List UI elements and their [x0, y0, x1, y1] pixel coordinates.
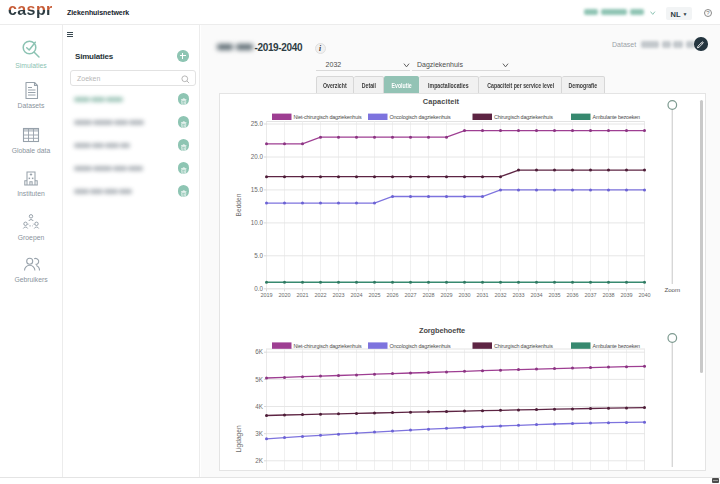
svg-text:Ambulante bezoeken: Ambulante bezoeken [593, 114, 641, 120]
svg-text:Niet-chirurgisch dagziekenhuis: Niet-chirurgisch dagziekenhuis [294, 343, 362, 349]
svg-text:Oncologisch dagziekenhuis: Oncologisch dagziekenhuis [390, 114, 452, 120]
svg-text:2036: 2036 [566, 292, 578, 298]
svg-text:2023: 2023 [332, 292, 344, 298]
svg-text:2035: 2035 [548, 292, 560, 298]
svg-text:2031: 2031 [476, 292, 488, 298]
svg-text:15.0: 15.0 [251, 186, 264, 193]
svg-text:25.0: 25.0 [251, 120, 264, 127]
svg-text:2026: 2026 [386, 292, 398, 298]
svg-text:Ambulante bezoeken: Ambulante bezoeken [593, 343, 641, 349]
svg-text:Oncologisch dagziekenhuis: Oncologisch dagziekenhuis [390, 343, 452, 349]
svg-text:2020: 2020 [278, 292, 290, 298]
svg-text:2033: 2033 [512, 292, 524, 298]
svg-text:2025: 2025 [368, 292, 380, 298]
svg-text:Chirurgisch dagziekenhuis: Chirurgisch dagziekenhuis [494, 114, 553, 120]
svg-text:2038: 2038 [602, 292, 614, 298]
svg-text:2029: 2029 [440, 292, 452, 298]
svg-text:2030: 2030 [458, 292, 470, 298]
svg-text:2037: 2037 [584, 292, 596, 298]
svg-text:10.0: 10.0 [251, 219, 264, 226]
svg-text:2K: 2K [255, 457, 264, 464]
svg-text:2027: 2027 [404, 292, 416, 298]
svg-text:6K: 6K [255, 348, 264, 355]
svg-text:2034: 2034 [530, 292, 542, 298]
svg-text:Zorgbehoefte: Zorgbehoefte [419, 326, 465, 335]
svg-text:5K: 5K [255, 376, 264, 383]
svg-text:4K: 4K [255, 403, 264, 410]
svg-text:Capaciteit: Capaciteit [423, 97, 460, 106]
svg-text:20.0: 20.0 [251, 153, 264, 160]
svg-text:Chirurgisch dagziekenhuis: Chirurgisch dagziekenhuis [494, 343, 553, 349]
svg-text:3K: 3K [255, 430, 264, 437]
svg-text:2021: 2021 [296, 292, 308, 298]
svg-text:2024: 2024 [350, 292, 362, 298]
svg-text:2032: 2032 [494, 292, 506, 298]
svg-text:5.0: 5.0 [254, 252, 263, 259]
svg-text:Bedden: Bedden [235, 193, 242, 216]
svg-text:2019: 2019 [260, 292, 272, 298]
svg-text:Ligdagen: Ligdagen [235, 425, 243, 452]
svg-text:2028: 2028 [422, 292, 434, 298]
svg-text:2039: 2039 [620, 292, 632, 298]
svg-text:Zoom: Zoom [664, 286, 680, 293]
svg-text:2040: 2040 [638, 292, 650, 298]
svg-text:2022: 2022 [314, 292, 326, 298]
svg-text:Niet-chirurgisch dagziekenhuis: Niet-chirurgisch dagziekenhuis [294, 114, 362, 120]
